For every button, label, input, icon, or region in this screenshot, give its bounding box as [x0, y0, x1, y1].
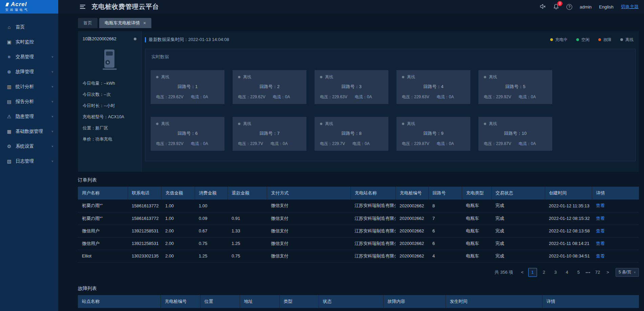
- logo-title: Acrel: [11, 1, 27, 7]
- cell-status: 完成: [491, 237, 545, 250]
- cell-type: 电瓶车: [462, 237, 491, 250]
- sidebar-item-settings[interactable]: ⚙ 系统设置 ∨: [0, 139, 58, 154]
- cell-refund: 0.91: [228, 212, 267, 225]
- sidebar-item-statistics[interactable]: ▥ 统计分析 ∨: [0, 79, 58, 94]
- page-1-button[interactable]: 1: [528, 268, 537, 277]
- page-3-button[interactable]: 3: [551, 268, 560, 277]
- card-status: 离线: [402, 74, 465, 80]
- cell-type: 电瓶车: [462, 212, 491, 225]
- status-dot-icon: [156, 123, 158, 125]
- column-header: 联系电话: [128, 187, 161, 200]
- sidebar-item-basic-data[interactable]: ▦ 基础数据管理 ∨: [0, 124, 58, 139]
- sidebar-item-logs[interactable]: ▧ 日志管理 ∨: [0, 154, 58, 169]
- device-status-dot: [134, 38, 136, 40]
- cell-status: 完成: [491, 212, 545, 225]
- page-5-button[interactable]: 5: [574, 268, 583, 277]
- column-header: 站点名称: [78, 295, 160, 308]
- card-status: 离线: [238, 74, 301, 80]
- voltage-value: 电压：229.7V: [320, 141, 345, 147]
- device-stat: 充电桩型号：ACX10A: [83, 114, 136, 120]
- page-2-button[interactable]: 2: [540, 268, 549, 277]
- circuit-number: 回路号：2: [238, 84, 301, 90]
- sidebar-item-hazards[interactable]: ⚠ 隐患管理 ∨: [0, 109, 58, 124]
- user-menu[interactable]: admin: [580, 4, 592, 9]
- cell-station: 江苏安科瑞制造有限公司: [350, 212, 395, 225]
- next-page-button[interactable]: >: [605, 270, 611, 275]
- close-icon[interactable]: ×: [143, 21, 146, 25]
- help-icon[interactable]: ?: [566, 4, 572, 10]
- circuit-number: 回路号：7: [238, 130, 301, 137]
- charging-pile-icon: [83, 49, 136, 71]
- legend-fault: 故障: [598, 37, 611, 43]
- current-value: 电流：0A: [271, 141, 288, 147]
- tab-detail[interactable]: 电瓶车充电桩详情 ×: [99, 18, 151, 28]
- menu-toggle-icon[interactable]: [80, 5, 85, 9]
- current-value: 电流：0A: [437, 141, 454, 147]
- column-header: 退款金额: [228, 187, 267, 200]
- log-icon: ▧: [6, 159, 12, 164]
- sidebar-item-transactions[interactable]: ¤ 交易管理 ∨: [0, 49, 58, 64]
- page-4-button[interactable]: 4: [563, 268, 572, 277]
- page-72-button[interactable]: 72: [593, 268, 602, 277]
- sidebar-item-label: 日志管理: [16, 158, 51, 164]
- language-switch[interactable]: English: [599, 4, 614, 9]
- column-header: 创建时间: [545, 187, 592, 200]
- cell-consume: 1.00: [195, 200, 228, 212]
- legend-charging: 充电中: [550, 37, 567, 43]
- circuit-number: 回路号：8: [320, 130, 383, 137]
- device-stat: 今日电量：--kWh: [83, 81, 136, 86]
- voltage-value: 电压：229.62V: [238, 94, 265, 100]
- accent-bar: [145, 37, 146, 42]
- report-icon: ▤: [6, 99, 12, 104]
- page-size-value: 5 条/页: [619, 269, 631, 275]
- cell-phone: 13921258531: [128, 225, 161, 237]
- order-view-link[interactable]: 查看: [596, 253, 605, 258]
- status-dot-icon: [156, 76, 158, 78]
- cell-refund: 1.33: [228, 225, 267, 237]
- circuit-cards: 离线 回路号：1 电压：229.62V 电流：0A: [151, 70, 630, 151]
- voltage-value: 电压：229.63V: [402, 94, 429, 100]
- chevron-down-icon: ∨: [634, 271, 636, 274]
- sidebar-item-reports[interactable]: ▤ 报告分析 ∨: [0, 94, 58, 109]
- cell-type: 电瓶车: [462, 200, 491, 212]
- card-status: 离线: [238, 121, 301, 127]
- sidebar-item-faults[interactable]: ⊗ 故障管理 ∨: [0, 64, 58, 79]
- mute-icon[interactable]: [540, 4, 546, 10]
- table-row: 初夏の雨“” 15861613772 1.00 0.09 0.91 微信支付 江…: [78, 212, 639, 225]
- page-ellipsis[interactable]: •••: [586, 270, 591, 274]
- cell-refund: 1.25: [228, 237, 267, 250]
- realtime-title: 实时数据: [151, 54, 169, 60]
- circuit-card: 离线 回路号：7 电压：229.7V 电流：0A: [233, 117, 306, 151]
- status-dot-icon: [320, 76, 322, 78]
- bell-icon[interactable]: 0: [553, 4, 559, 10]
- sidebar-item-monitor[interactable]: ▣ 实时监控: [0, 35, 58, 49]
- chevron-down-icon: ∨: [51, 130, 53, 133]
- order-view-link[interactable]: 查看: [596, 228, 605, 233]
- faults-header-row: 站点名称充电桩编号位置地址类型状态故障内容发生时间详情: [78, 295, 639, 308]
- theme-switch-link[interactable]: 切换主题: [621, 4, 639, 10]
- sidebar-item-home[interactable]: ⌂ 首页: [0, 20, 58, 35]
- device-name: 10路2020002662: [83, 36, 116, 42]
- monitor-panel: 最新数据采集时间：2022-01-13 14:04:08 充电中 空闲: [142, 31, 639, 172]
- column-header: 充电桩编号: [160, 295, 200, 308]
- prev-page-button[interactable]: <: [519, 270, 525, 275]
- current-value: 电流：0A: [191, 94, 208, 100]
- current-value: 电流：0A: [191, 141, 208, 147]
- tab-home[interactable]: 首页: [78, 18, 98, 28]
- column-header: 故障内容: [383, 295, 446, 308]
- orders-table: 用户名称联系电话充值金额消费金额退款金额支付方式充电站名称充电桩编号回路号充电类…: [78, 187, 639, 263]
- logo: Acrel 安科瑞电气: [0, 0, 58, 14]
- order-view-link[interactable]: 查看: [596, 241, 605, 246]
- legend-offline: 离线: [620, 37, 634, 43]
- status-dot-icon: [402, 123, 404, 125]
- table-row: 微信用户 13921258531 2.00 0.75 1.25 微信支付 江苏安…: [78, 237, 639, 250]
- current-value: 电流：0A: [273, 94, 290, 100]
- page-size-select[interactable]: 5 条/页 ∨: [616, 268, 639, 277]
- sidebar-item-label: 报告分析: [16, 99, 51, 105]
- chevron-down-icon: ∨: [51, 100, 53, 103]
- order-view-link[interactable]: 查看: [596, 203, 605, 208]
- cell-consume: 0.75: [195, 237, 228, 250]
- column-header: 支付方式: [267, 187, 350, 200]
- voltage-value: 电压：229.92V: [484, 94, 511, 100]
- order-view-link[interactable]: 查看: [596, 216, 605, 221]
